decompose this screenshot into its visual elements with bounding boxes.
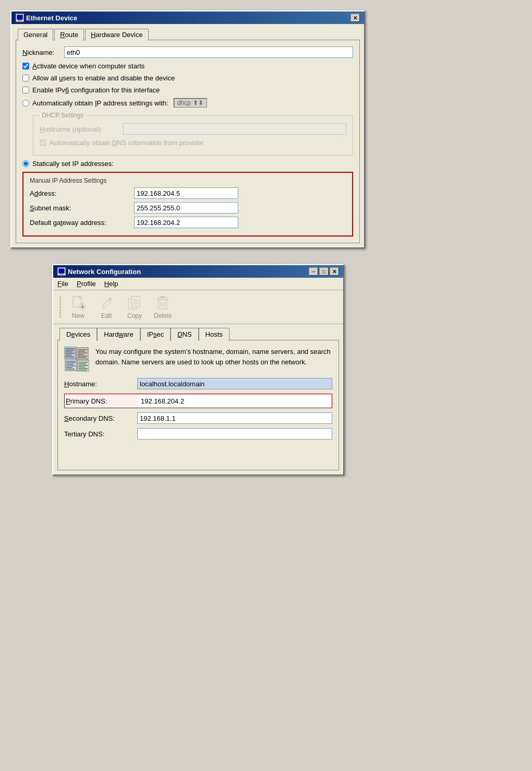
maximize-button[interactable]: □	[319, 267, 329, 276]
net-tab-bar: Devices Hardware IPsec DNS Hosts	[57, 324, 339, 340]
dhcp-arrow-icon: ⬆⬇	[193, 99, 203, 106]
ipv6-row: Enable IPv6 configuration for this inter…	[22, 86, 353, 94]
allow-users-row: Allow all users to enable and disable th…	[22, 74, 353, 82]
activate-device-checkbox[interactable]	[22, 63, 29, 69]
dns-info-text: You may configure the system's hostname,…	[95, 347, 332, 367]
titlebar-1: Ethernet Device ✕	[11, 11, 364, 24]
window2-icon	[57, 267, 66, 276]
auto-dns-label: Automatically obtain DNS information fro…	[50, 139, 204, 147]
activate-device-row: Activate device when computer starts	[22, 62, 353, 70]
window2-title: Network Configuration	[68, 268, 141, 276]
copy-label: Copy	[127, 312, 142, 319]
net-tab-dns[interactable]: DNS	[171, 328, 198, 341]
copy-icon	[126, 294, 143, 311]
ethernet-device-window: Ethernet Device ✕ General Route Hardware…	[10, 10, 365, 248]
ip-settings-legend: Manual IP Address Settings	[30, 177, 346, 184]
auto-ip-radio[interactable]	[22, 100, 29, 106]
menu-profile[interactable]: Profile	[77, 280, 96, 288]
edit-icon	[98, 294, 115, 311]
auto-dns-checkbox	[40, 139, 46, 146]
tab-general[interactable]: General	[18, 29, 53, 41]
net-tab-ipsec[interactable]: IPsec	[140, 328, 171, 341]
nickname-row: Nickname:	[22, 46, 353, 58]
svg-rect-2	[58, 268, 65, 274]
net-tab-devices[interactable]: Devices	[59, 328, 97, 341]
titlebar-2: Network Configuration ─ □ ✕	[53, 265, 343, 278]
allow-users-checkbox[interactable]	[22, 75, 29, 81]
tab-hardware-device[interactable]: Hardware Device	[85, 29, 149, 41]
edit-label: Edit	[101, 312, 112, 319]
window2-controls: ─ □ ✕	[309, 267, 339, 276]
svg-rect-1	[18, 20, 22, 21]
net-tab-content-dns: You may configure the system's hostname,…	[57, 340, 339, 470]
tab-route[interactable]: Route	[54, 29, 84, 41]
gateway-row: Default gateway address:	[30, 217, 346, 228]
new-label: New	[72, 312, 84, 319]
copy-button[interactable]: Copy	[122, 292, 148, 322]
dhcp-legend: DHCP Settings	[40, 112, 86, 119]
toolbar: New Edit Copy	[53, 290, 343, 324]
dns-icon	[64, 347, 89, 372]
address-input[interactable]	[134, 187, 238, 199]
primary-dns-label: Primary DNS:	[66, 397, 139, 405]
dhcp-fieldset: DHCP Settings Hostname (optional): Autom…	[33, 112, 353, 156]
gateway-input[interactable]	[134, 217, 238, 228]
delete-label: Delete	[154, 312, 172, 319]
auto-dns-row: Automatically obtain DNS information fro…	[40, 139, 346, 147]
window1-icon	[16, 14, 24, 22]
net-tab-hosts[interactable]: Hosts	[199, 328, 229, 341]
hostname-form-input[interactable]	[137, 378, 332, 389]
new-icon	[70, 294, 87, 311]
secondary-dns-row: Secondary DNS:	[64, 412, 332, 424]
window1-title: Ethernet Device	[26, 14, 77, 22]
secondary-dns-label: Secondary DNS:	[64, 414, 137, 422]
tab-content-general: Nickname: Activate device when computer …	[16, 40, 360, 243]
auto-ip-row: Automatically obtain IP address settings…	[22, 98, 353, 108]
subnet-row: Subnet mask:	[30, 202, 346, 213]
net-tabs-container: Devices Hardware IPsec DNS Hosts	[53, 324, 343, 475]
net-tab-hardware[interactable]: Hardware	[97, 328, 140, 341]
subnet-input[interactable]	[134, 202, 238, 213]
auto-ip-section: Automatically obtain IP address settings…	[22, 98, 353, 156]
svg-rect-3	[59, 274, 64, 275]
dns-info-row: You may configure the system's hostname,…	[64, 347, 332, 372]
close-button-1[interactable]: ✕	[350, 14, 360, 22]
tertiary-dns-label: Tertiary DNS:	[64, 430, 137, 438]
hostname-form-label: Hostname:	[64, 380, 137, 388]
svg-rect-0	[17, 15, 23, 20]
network-config-window: Network Configuration ─ □ ✕ File Profile…	[52, 264, 344, 476]
menubar: File Profile Help	[53, 278, 343, 290]
edit-button[interactable]: Edit	[93, 292, 119, 322]
static-ip-row: Statically set IP addresses:	[22, 160, 353, 168]
nickname-input[interactable]	[64, 46, 353, 58]
auto-ip-label: Automatically obtain IP address settings…	[32, 99, 168, 107]
secondary-dns-input[interactable]	[137, 412, 332, 424]
close-button-2[interactable]: ✕	[330, 267, 339, 276]
address-label: Address:	[30, 189, 134, 197]
menu-file[interactable]: File	[57, 280, 68, 288]
delete-button[interactable]: Delete	[150, 292, 176, 322]
minimize-button[interactable]: ─	[309, 267, 318, 276]
new-button[interactable]: New	[65, 292, 91, 322]
static-ip-radio[interactable]	[22, 160, 29, 167]
window1-content: General Route Hardware Device Nickname:	[11, 24, 364, 247]
primary-dns-input[interactable]	[139, 395, 331, 407]
allow-users-label: Allow all users to enable and disable th…	[32, 74, 175, 82]
static-ip-label: Statically set IP addresses:	[32, 160, 114, 168]
subnet-label: Subnet mask:	[30, 204, 134, 212]
primary-dns-row: Primary DNS:	[64, 394, 332, 408]
tertiary-dns-input[interactable]	[137, 428, 332, 440]
window1-controls: ✕	[350, 14, 360, 22]
ipv6-checkbox[interactable]	[22, 87, 29, 93]
tab-bar-1: General Route Hardware Device	[16, 28, 360, 40]
dhcp-dropdown[interactable]: dhcp ⬆⬇	[174, 98, 207, 108]
menu-help[interactable]: Help	[104, 280, 118, 288]
toolbar-separator-left	[59, 296, 61, 317]
tertiary-dns-row: Tertiary DNS:	[64, 428, 332, 440]
delete-icon	[154, 294, 171, 311]
ipv6-label: Enable IPv6 configuration for this inter…	[32, 86, 160, 94]
dhcp-hostname-row: Hostname (optional):	[40, 123, 346, 135]
dhcp-hostname-label: Hostname (optional):	[40, 125, 123, 133]
activate-device-label: Activate device when computer starts	[32, 62, 144, 70]
gateway-label: Default gateway address:	[30, 219, 134, 227]
